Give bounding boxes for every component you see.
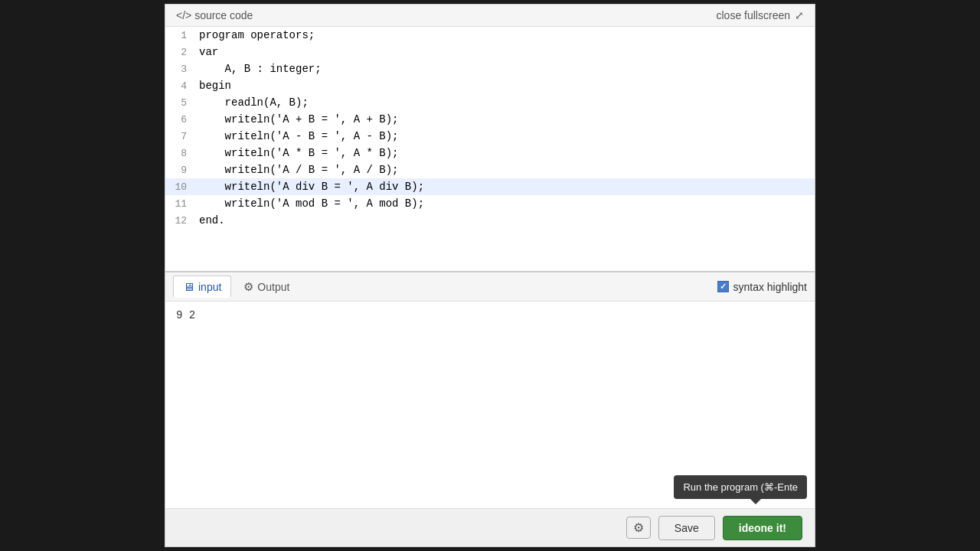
line-number: 2 (165, 44, 196, 60)
ideone-label: ideone it! (739, 522, 786, 534)
footer: Run the program (⌘-Ente ⚙ Save ideone it… (165, 508, 815, 546)
line-code: writeln('A / B = ', A / B); (196, 161, 815, 178)
settings-button[interactable]: ⚙ (626, 517, 651, 539)
line-number: 3 (165, 60, 196, 77)
line-number: 5 (165, 94, 196, 111)
input-tab-label: input (198, 281, 221, 293)
close-fullscreen-label: close fullscreen (717, 9, 791, 21)
line-code: writeln('A - B = ', A - B); (196, 128, 815, 145)
syntax-highlight-checkbox[interactable]: ✓ (717, 281, 729, 292)
syntax-highlight-toggle[interactable]: ✓ syntax highlight (717, 281, 807, 293)
table-row: 2var (165, 44, 815, 60)
line-code: begin (196, 77, 815, 94)
line-code: writeln('A mod B = ', A mod B); (196, 195, 815, 212)
table-row: 12end. (165, 212, 815, 229)
table-row: 11 writeln('A mod B = ', A mod B); (165, 195, 815, 212)
line-number: 4 (165, 77, 196, 94)
table-row: 7 writeln('A - B = ', A - B); (165, 128, 815, 145)
output-tab-label: Output (257, 281, 289, 293)
table-row: 9 writeln('A / B = ', A / B); (165, 161, 815, 178)
ideone-button[interactable]: ideone it! (723, 516, 802, 540)
table-row: 10 writeln('A div B = ', A div B); (165, 178, 815, 195)
table-row: 8 writeln('A * B = ', A * B); (165, 145, 815, 161)
save-label: Save (675, 522, 699, 534)
line-number: 10 (165, 178, 196, 195)
tabs-right: ✓ syntax highlight (717, 281, 807, 293)
syntax-highlight-label: syntax highlight (733, 281, 807, 293)
line-code: writeln('A div B = ', A div B); (196, 178, 815, 195)
main-container: </> source code close fullscreen ⤢ 1prog… (165, 4, 815, 547)
source-title: </> source code (176, 9, 253, 21)
line-code: var (196, 44, 815, 60)
table-row: 5 readln(A, B); (165, 94, 815, 111)
line-number: 8 (165, 145, 196, 161)
line-number: 11 (165, 195, 196, 212)
output-tab-icon: ⚙ (243, 280, 253, 294)
line-number: 1 (165, 27, 196, 44)
line-number: 12 (165, 212, 196, 229)
line-code: A, B : integer; (196, 60, 815, 77)
input-content[interactable]: 9 2 (165, 302, 815, 508)
line-code: readln(A, B); (196, 94, 815, 111)
source-code-label: </> source code (176, 9, 253, 21)
input-value: 9 2 (176, 309, 195, 321)
save-button[interactable]: Save (658, 516, 715, 540)
tabs-left: 🖥 input ⚙ Output (173, 276, 299, 298)
table-row: 1program operators; (165, 27, 815, 44)
table-row: 6 writeln('A + B = ', A + B); (165, 111, 815, 128)
line-number: 7 (165, 128, 196, 145)
bottom-section: 🖥 input ⚙ Output ✓ syntax highlight 9 (165, 271, 815, 508)
code-table: 1program operators;2var3 A, B : integer;… (165, 27, 815, 229)
line-number: 9 (165, 161, 196, 178)
line-code: writeln('A * B = ', A * B); (196, 145, 815, 161)
line-code: program operators; (196, 27, 815, 44)
table-row: 4begin (165, 77, 815, 94)
tab-output[interactable]: ⚙ Output (234, 276, 299, 298)
checkbox-checkmark: ✓ (720, 282, 727, 292)
close-fullscreen-button[interactable]: close fullscreen ⤢ (717, 9, 805, 21)
source-header: </> source code close fullscreen ⤢ (165, 5, 815, 27)
tabs-bar: 🖥 input ⚙ Output ✓ syntax highlight (165, 272, 815, 302)
table-row: 3 A, B : integer; (165, 60, 815, 77)
line-number: 6 (165, 111, 196, 128)
input-tab-icon: 🖥 (183, 280, 194, 293)
line-code: writeln('A + B = ', A + B); (196, 111, 815, 128)
fullscreen-icon: ⤢ (795, 9, 804, 21)
code-editor[interactable]: 1program operators;2var3 A, B : integer;… (165, 27, 815, 271)
tab-input[interactable]: 🖥 input (173, 276, 231, 298)
line-code: end. (196, 212, 815, 229)
